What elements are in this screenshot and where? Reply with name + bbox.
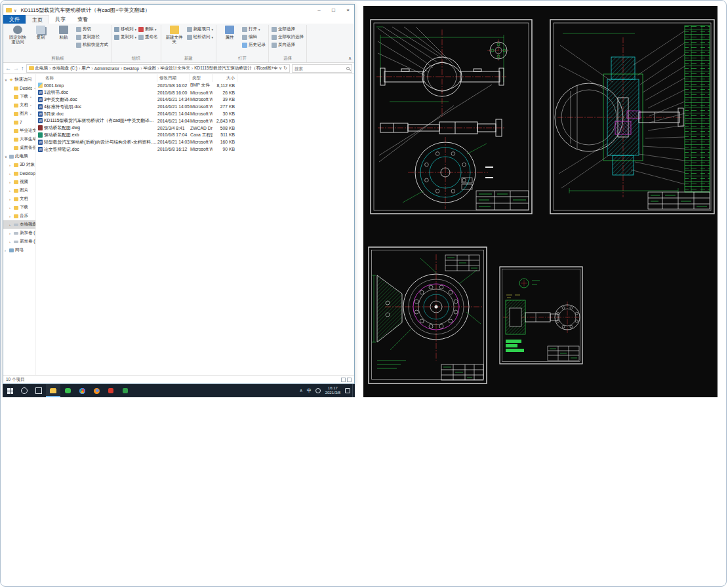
taskbar-chrome-icon[interactable]: [75, 384, 89, 397]
tab-home[interactable]: 主页: [26, 15, 49, 24]
tray-ime-language[interactable]: 中: [305, 387, 313, 394]
new-item-button[interactable]: 新建项目▾: [187, 26, 214, 33]
breadcrumb-segment[interactable]: KD1115型载货汽车驱动桥设计（有cad图+中英文翻译）: [194, 66, 277, 71]
sidebar-item[interactable]: ›视频: [3, 178, 35, 186]
tab-share[interactable]: 共享: [49, 15, 71, 24]
easy-access-button[interactable]: 轻松访问▾: [187, 33, 214, 41]
sidebar-item[interactable]: 7: [3, 118, 35, 127]
history-button[interactable]: 历史记录: [242, 41, 266, 49]
taskbar-netease-red-icon[interactable]: [104, 384, 118, 397]
cut-button[interactable]: 剪切: [76, 26, 108, 33]
file-row[interactable]: W1说明书.doc2010/6/8 16:00Microsoft Word...…: [36, 89, 354, 96]
close-button[interactable]: ×: [342, 5, 354, 15]
taskbar-caxa-green-icon[interactable]: [118, 384, 132, 397]
forward-button[interactable]: →: [13, 65, 19, 71]
column-header-3[interactable]: 大小: [212, 74, 237, 82]
taskbar-start-icon[interactable]: [3, 384, 17, 397]
file-row[interactable]: 驱动桥装配图.dwg2021/3/4 8:41ZWCAD Drawing508 …: [36, 125, 354, 132]
select-all-button[interactable]: 全部选择: [272, 26, 304, 33]
pin-to-quick-access-button[interactable]: 固定到快速访问: [7, 26, 28, 45]
taskbar-wechat-icon[interactable]: [60, 384, 75, 397]
column-header-2[interactable]: 类型: [190, 74, 212, 82]
quick-access-toolbar-customize-icon[interactable]: ∨: [14, 8, 16, 12]
file-row[interactable]: W3中英文翻译.doc2014/6/21 14:34Microsoft Word…: [36, 96, 354, 104]
copy-button[interactable]: 复制: [30, 26, 51, 39]
breadcrumb-segment[interactable]: 毕业图: [144, 66, 157, 71]
column-header-0[interactable]: 名称: [36, 74, 157, 82]
rename-button[interactable]: 重命名: [138, 33, 158, 41]
sidebar-item[interactable]: 文档•: [3, 101, 35, 109]
breadcrumb-segment[interactable]: 用户: [81, 66, 90, 71]
file-row[interactable]: WKD1115型载货汽车驱动桥设计（有cad图+中英文翻译）.doc2014/6…: [36, 117, 354, 125]
sidebar-item[interactable]: 图片•: [3, 109, 35, 118]
properties-button[interactable]: 属性: [219, 26, 240, 39]
back-button[interactable]: ←: [5, 65, 11, 71]
tab-file[interactable]: 文件: [3, 15, 26, 24]
copy-to-button[interactable]: 复制到▾: [114, 33, 136, 41]
show-desktop-strip[interactable]: [352, 384, 355, 397]
tray-app-icon[interactable]: [315, 388, 321, 393]
edit-button[interactable]: 编辑: [242, 33, 266, 41]
address-dropdown-icon[interactable]: ∨: [279, 66, 282, 71]
taskbar-task-view-icon[interactable]: [31, 384, 46, 397]
minimize-button[interactable]: –: [313, 5, 325, 15]
search-box[interactable]: [292, 64, 352, 73]
sidebar-item[interactable]: ›3D 对象: [3, 161, 35, 169]
refresh-icon[interactable]: ↻: [283, 66, 287, 71]
select-none-button[interactable]: 全部取消选择: [272, 33, 304, 41]
breadcrumb-segment[interactable]: Desktop: [123, 66, 139, 71]
breadcrumb-segment[interactable]: 本地磁盘 (C:): [52, 66, 77, 71]
sidebar-item[interactable]: Desktop•: [3, 84, 35, 92]
sidebar-section-network[interactable]: ›网络: [3, 246, 35, 254]
breadcrumb[interactable]: 此电脑›本地磁盘 (C:)›用户›Administrator›Desktop›毕…: [26, 64, 291, 73]
taskbar-cortana-search-icon[interactable]: [17, 384, 31, 397]
sidebar-item[interactable]: ›新加卷 (E:): [3, 237, 35, 246]
file-row[interactable]: W4标准符号说明.doc2014/6/21 14:05Microsoft Wor…: [36, 103, 354, 110]
sidebar-section-this-pc[interactable]: ∨此电脑: [3, 152, 35, 161]
column-header-1[interactable]: 修改日期: [157, 74, 190, 82]
sidebar-item[interactable]: 下载•: [3, 92, 35, 101]
sidebar-section-quick-access[interactable]: ∨★快速访问: [3, 75, 35, 84]
button-label: 全部选择: [278, 26, 295, 32]
sidebar-item[interactable]: ›新加卷 (D:): [3, 229, 35, 237]
ribbon-collapse-icon[interactable]: ∧: [348, 56, 352, 61]
sidebar-item[interactable]: 大学生毕业设计: [3, 135, 35, 144]
sidebar-item[interactable]: 桌面备份文件: [3, 144, 35, 152]
folder-icon: [14, 172, 18, 176]
up-button[interactable]: ↑: [21, 65, 24, 71]
file-row[interactable]: 0001.bmp2021/3/8 16:02BMP 文件8,112 KB: [36, 82, 354, 89]
sidebar-item[interactable]: ›文档: [3, 195, 35, 203]
sidebar-item[interactable]: ›Desktop: [3, 169, 35, 178]
sidebar-item[interactable]: ›音乐: [3, 212, 35, 220]
sidebar-item[interactable]: 毕业论文资料-重要: [3, 127, 35, 135]
maximize-button[interactable]: □: [327, 5, 340, 15]
taskbar-file-explorer-icon[interactable]: [46, 384, 60, 397]
expand-arrow-icon: ›: [9, 189, 12, 193]
breadcrumb-segment[interactable]: 此电脑: [35, 66, 49, 71]
sidebar-item[interactable]: ›本地磁盘 (C:): [3, 220, 35, 229]
sidebar-item[interactable]: ›图片: [3, 186, 35, 195]
open-button[interactable]: 打开▾: [242, 26, 266, 33]
search-input[interactable]: [294, 66, 345, 71]
breadcrumb-segment[interactable]: 毕业设计文件夹: [160, 66, 190, 71]
delete-button[interactable]: 删除▾: [138, 26, 158, 33]
paste-shortcut-button[interactable]: 粘贴快捷方式: [76, 41, 108, 49]
tray-chevron-up[interactable]: ∧: [298, 388, 305, 393]
file-row[interactable]: 驱动桥装配图.exb2010/6/8 17:04Caxa 工程图文档511 KB: [36, 132, 354, 139]
sidebar-item[interactable]: ›下载: [3, 203, 35, 212]
file-row[interactable]: W论文答辩笔记.doc2010/6/8 16:12Microsoft Word.…: [36, 146, 354, 153]
invert-selection-button[interactable]: 反向选择: [272, 41, 304, 49]
file-row[interactable]: W轻型载货汽车驱动桥(后桥)的设计与结构分析-文档资料.doc2014/6/21…: [36, 138, 354, 146]
taskbar-clock[interactable]: 16:17 2021/3/8: [323, 386, 343, 395]
thumbnail-view-icon[interactable]: [347, 378, 352, 382]
copy-path-button[interactable]: 复制路径: [76, 33, 108, 41]
move-to-button[interactable]: 移动到▾: [114, 26, 136, 33]
new-folder-button[interactable]: 新建文件夹: [164, 26, 185, 45]
action-center-icon[interactable]: [345, 388, 350, 393]
breadcrumb-segment[interactable]: Administrator: [94, 66, 119, 71]
paste-button[interactable]: 粘贴: [53, 26, 74, 39]
taskbar-firefox-icon[interactable]: [89, 384, 104, 397]
file-row[interactable]: W5目录.doc2014/6/21 14:04Microsoft Word...…: [36, 110, 354, 117]
details-view-icon[interactable]: [341, 378, 346, 382]
tab-view[interactable]: 查看: [71, 15, 94, 24]
